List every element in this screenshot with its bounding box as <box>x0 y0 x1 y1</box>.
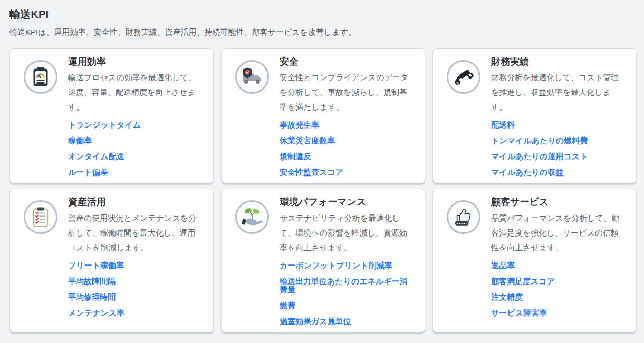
kpi-link-list: 事故発生率 休業災害度数率 規制違反 安全性監査スコア <box>280 121 412 177</box>
fuel-nozzle-icon: $ <box>447 60 480 94</box>
kpi-link-list: トランジットタイム 稼働率 オンタイム配送 ルート偏差 <box>68 121 200 177</box>
svg-text:★★★★★: ★★★★★ <box>456 222 467 225</box>
card-description: サステナビリティ分析を最適化して、環境への影響を軽減し、資源効率を向上させます。 <box>280 211 412 255</box>
gauge-clipboard-icon <box>24 60 57 94</box>
kpi-card-asset-utilization: 資産活用 資産の使用状況とメンテナンスを分析して、稼働時間を最大化し、運用コスト… <box>9 189 214 332</box>
kpi-link-list: 返品率 顧客満足度スコア 注文精度 サービス障害率 <box>491 261 623 317</box>
kpi-link-regulatory-violations[interactable]: 規制違反 <box>280 152 412 161</box>
kpi-link-transit-time[interactable]: トランジットタイム <box>68 121 200 129</box>
kpi-link-customer-satisfaction-score[interactable]: 顧客満足度スコア <box>491 277 623 286</box>
kpi-link-carbon-footprint-reduction-rate[interactable]: カーボンフットプリント削減率 <box>280 261 412 270</box>
kpi-link-mean-time-to-repair[interactable]: 平均修理時間 <box>68 293 200 301</box>
card-description: 品質パフォーマンスを分析して、顧客満足度を強化し、サービスの信頼性を向上させます… <box>491 211 623 255</box>
kpi-link-fleet-utilization-rate[interactable]: フリート稼働率 <box>68 261 200 270</box>
kpi-link-fuel-consumption[interactable]: 燃費 <box>280 301 412 310</box>
kpi-link-delivery-cost[interactable]: 配送料 <box>491 121 623 129</box>
kpi-link-list: フリート稼働率 平均故障間隔 平均修理時間 メンテナンス率 <box>68 261 200 317</box>
kpi-link-energy-consumption-per-transport-output[interactable]: 輸送出力単位あたりのエネルギー消費量 <box>280 277 412 294</box>
kpi-link-operating-cost-per-mile[interactable]: マイルあたりの運用コスト <box>491 152 623 161</box>
shield-truck-icon <box>235 60 269 94</box>
kpi-link-lost-time-injury-frequency-rate[interactable]: 休業災害度数率 <box>280 136 412 145</box>
card-title: 顧客サービス <box>491 196 623 208</box>
card-title: 環境パフォーマンス <box>280 196 412 208</box>
card-description: 財務分析を最適化して、コスト管理を推進し、収益効率を最大化します。 <box>491 70 623 114</box>
kpi-card-financial-performance: $ 財務実績 財務分析を最適化して、コスト管理を推進し、収益効率を最大化します。… <box>432 48 637 183</box>
kpi-link-maintenance-rate[interactable]: メンテナンス率 <box>68 309 200 317</box>
kpi-link-route-deviation[interactable]: ルート偏差 <box>68 168 200 177</box>
kpi-card-safety: 安全 安全性とコンプライアンスのデータを分析して、事故を減らし、規制基準を満たし… <box>221 48 425 183</box>
kpi-link-utilization-rate[interactable]: 稼働率 <box>68 136 200 145</box>
kpi-link-return-rate[interactable]: 返品率 <box>491 261 623 270</box>
kpi-link-revenue-per-mile[interactable]: マイルあたりの収益 <box>491 168 623 177</box>
kpi-link-fuel-cost-per-ton-mile[interactable]: トンマイルあたりの燃料費 <box>491 136 623 145</box>
kpi-link-safety-audit-score[interactable]: 安全性監査スコア <box>280 168 412 177</box>
kpi-link-order-accuracy[interactable]: 注文精度 <box>491 293 623 301</box>
kpi-link-on-time-delivery[interactable]: オンタイム配送 <box>68 152 200 161</box>
checklist-clipboard-icon <box>24 200 57 234</box>
card-title: 財務実績 <box>491 56 623 68</box>
kpi-card-customer-service: ★★★★★ 顧客サービス 品質パフォーマンスを分析して、顧客満足度を強化し、サー… <box>432 189 637 332</box>
kpi-link-accident-rate[interactable]: 事故発生率 <box>280 121 412 129</box>
kpi-link-service-failure-rate[interactable]: サービス障害率 <box>491 309 623 317</box>
card-description: 安全性とコンプライアンスのデータを分析して、事故を減らし、規制基準を満たします。 <box>280 70 412 114</box>
kpi-link-list: 配送料 トンマイルあたりの燃料費 マイルあたりの運用コスト マイルあたりの収益 <box>491 121 623 177</box>
card-title: 安全 <box>280 56 412 68</box>
kpi-card-grid: 運用効率 輸送プロセスの効率を最適化して、速度、容量、配送精度を向上させます。 … <box>9 48 637 332</box>
thumbs-up-stars-icon: ★★★★★ <box>447 200 480 234</box>
kpi-link-list: カーボンフットプリント削減率 輸送出力単位あたりのエネルギー消費量 燃費 温室効… <box>280 261 412 326</box>
kpi-card-operational-efficiency: 運用効率 輸送プロセスの効率を最適化して、速度、容量、配送精度を向上させます。 … <box>9 48 214 183</box>
page-title: 輸送KPI <box>9 7 637 22</box>
card-title: 運用効率 <box>68 56 200 68</box>
kpi-card-environmental-performance: 環境パフォーマンス サステナビリティ分析を最適化して、環境への影響を軽減し、資源… <box>221 189 425 332</box>
eco-hand-icon <box>235 200 269 234</box>
kpi-link-ghg-intensity[interactable]: 温室効果ガス原単位 <box>280 317 412 326</box>
card-title: 資産活用 <box>68 196 200 208</box>
kpi-link-mean-time-between-failures[interactable]: 平均故障間隔 <box>68 277 200 286</box>
transport-kpi-page: 輸送KPI 輸送KPIは、運用効率、安全性、財務実績、資産活用、持続可能性、顧客… <box>0 0 644 332</box>
page-subtitle: 輸送KPIは、運用効率、安全性、財務実績、資産活用、持続可能性、顧客サービスを改… <box>9 27 637 37</box>
card-description: 輸送プロセスの効率を最適化して、速度、容量、配送精度を向上させます。 <box>68 70 200 114</box>
card-description: 資産の使用状況とメンテナンスを分析して、稼働時間を最大化し、運用コストを削減しま… <box>68 211 200 255</box>
